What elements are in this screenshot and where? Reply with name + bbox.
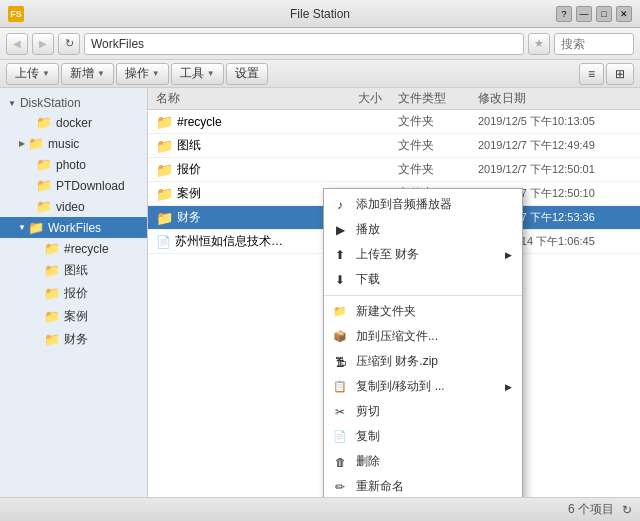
table-row[interactable]: 📁 图纸 文件夹 2019/12/7 下午12:49:49: [148, 134, 640, 158]
sidebar-item-photo-label: photo: [56, 158, 86, 172]
sidebar-item-quote-label: 报价: [64, 285, 88, 302]
help-button[interactable]: ?: [556, 6, 572, 22]
upload-button[interactable]: 上传 ▼: [6, 63, 59, 85]
address-bar[interactable]: [84, 33, 524, 55]
table-row[interactable]: 📁 报价 文件夹 2019/12/7 下午12:50:01: [148, 158, 640, 182]
cut-icon: ✂: [332, 404, 348, 420]
ctx-item-compress[interactable]: 🗜 压缩到 财务.zip: [324, 349, 522, 374]
photo-folder-icon: 📁: [36, 157, 52, 172]
view-list-button[interactable]: ≡: [579, 63, 604, 85]
ctx-item-rename[interactable]: ✏ 重新命名: [324, 474, 522, 497]
sidebar-item-recycle-label: #recycle: [64, 242, 109, 256]
new-arrow: ▼: [97, 69, 105, 78]
file-icon-cases: 📁: [156, 186, 173, 202]
ctx-item-play[interactable]: ▶ 播放: [324, 217, 522, 242]
sidebar-item-quote[interactable]: 📁 报价: [0, 282, 147, 305]
sidebar-item-cases[interactable]: 📁 案例: [0, 305, 147, 328]
file-name-quote: 📁 报价: [148, 161, 330, 178]
sidebar-item-cases-label: 案例: [64, 308, 88, 325]
music-folder-icon: 📁: [28, 136, 44, 151]
tools-button[interactable]: 工具 ▼: [171, 63, 224, 85]
ctx-item-upload-to[interactable]: ⬆ 上传至 财务 ▶: [324, 242, 522, 267]
settings-button[interactable]: 设置: [226, 63, 268, 85]
file-icon-recycle: 📁: [156, 114, 173, 130]
sidebar-item-ptdownload[interactable]: 📁 PTDownload: [0, 175, 147, 196]
ctx-divider-1: [324, 295, 522, 296]
sidebar-item-video[interactable]: 📁 video: [0, 196, 147, 217]
ctx-label-rename: 重新命名: [356, 478, 404, 495]
col-type-header[interactable]: 文件类型: [390, 90, 470, 107]
ctx-item-new-folder[interactable]: 📁 新建文件夹: [324, 299, 522, 324]
refresh-button[interactable]: ↻: [58, 33, 80, 55]
window-controls: ? — □ ✕: [556, 6, 632, 22]
sidebar-item-ptdownload-label: PTDownload: [56, 179, 125, 193]
tools-label: 工具: [180, 65, 204, 82]
ctx-item-add-to-archive[interactable]: 📦 加到压缩文件...: [324, 324, 522, 349]
new-label: 新增: [70, 65, 94, 82]
close-button[interactable]: ✕: [616, 6, 632, 22]
sidebar-item-recycle[interactable]: 📁 #recycle: [0, 238, 147, 259]
ctx-item-delete[interactable]: 🗑 删除: [324, 449, 522, 474]
file-area: 名称 大小 文件类型 修改日期 📁 #recycle 文件夹 2019/12/5…: [148, 88, 640, 497]
upload-to-icon: ⬆: [332, 247, 348, 263]
workfiles-folder-icon: 📁: [28, 220, 44, 235]
file-icon-finance: 📁: [156, 210, 173, 226]
file-icon-drawings: 📁: [156, 138, 173, 154]
main-layout: ▼ DiskStation 📁 docker ▶ 📁 music 📁 photo…: [0, 88, 640, 497]
back-button[interactable]: ◀: [6, 33, 28, 55]
view-grid-button[interactable]: ⊞: [606, 63, 634, 85]
file-list-header: 名称 大小 文件类型 修改日期: [148, 88, 640, 110]
sidebar-item-workfiles[interactable]: ▼ 📁 WorkFiles: [0, 217, 147, 238]
sidebar-item-music[interactable]: ▶ 📁 music: [0, 133, 147, 154]
workfiles-toggle-icon: ▼: [16, 223, 28, 232]
sidebar-item-docker[interactable]: 📁 docker: [0, 112, 147, 133]
nav-toolbar: ◀ ▶ ↻ ★: [0, 28, 640, 60]
delete-icon: 🗑: [332, 454, 348, 470]
ctx-label-delete: 删除: [356, 453, 380, 470]
upload-arrow: ▼: [42, 69, 50, 78]
titlebar-left: FS: [8, 6, 24, 22]
ctx-label-cut: 剪切: [356, 403, 380, 420]
ctx-item-download[interactable]: ⬇ 下载: [324, 267, 522, 292]
ctx-label-play: 播放: [356, 221, 380, 238]
add-to-player-icon: ♪: [332, 197, 348, 213]
ptdownload-folder-icon: 📁: [36, 178, 52, 193]
ctx-item-copy[interactable]: 📄 复制: [324, 424, 522, 449]
sidebar-item-finance[interactable]: 📁 财务: [0, 328, 147, 351]
drawings-folder-icon: 📁: [44, 263, 60, 278]
ctx-label-compress: 压缩到 财务.zip: [356, 353, 438, 370]
file-date-drawings: 2019/12/7 下午12:49:49: [470, 138, 620, 153]
statusbar-refresh-button[interactable]: ↻: [622, 503, 632, 517]
col-date-header[interactable]: 修改日期: [470, 90, 620, 107]
app-icon: FS: [8, 6, 24, 22]
docker-folder-icon: 📁: [36, 115, 52, 130]
maximize-button[interactable]: □: [596, 6, 612, 22]
ctx-item-copy-move[interactable]: 📋 复制到/移动到 ... ▶: [324, 374, 522, 399]
search-input[interactable]: [554, 33, 634, 55]
ctx-item-cut[interactable]: ✂ 剪切: [324, 399, 522, 424]
play-icon: ▶: [332, 222, 348, 238]
rename-icon: ✏: [332, 479, 348, 495]
forward-button[interactable]: ▶: [32, 33, 54, 55]
sidebar-item-drawings[interactable]: 📁 图纸: [0, 259, 147, 282]
minimize-button[interactable]: —: [576, 6, 592, 22]
statusbar: 6 个项目 ↻: [0, 497, 640, 521]
add-to-archive-icon: 📦: [332, 329, 348, 345]
sidebar-item-finance-label: 财务: [64, 331, 88, 348]
col-name-header[interactable]: 名称: [148, 90, 330, 107]
action-button[interactable]: 操作 ▼: [116, 63, 169, 85]
sidebar-item-photo[interactable]: 📁 photo: [0, 154, 147, 175]
recycle-folder-icon: 📁: [44, 241, 60, 256]
sidebar-item-video-label: video: [56, 200, 85, 214]
ctx-item-add-to-player[interactable]: ♪ 添加到音频播放器: [324, 192, 522, 217]
upload-label: 上传: [15, 65, 39, 82]
context-menu: ♪ 添加到音频播放器 ▶ 播放 ⬆ 上传至 财务 ▶ ⬇ 下载 📁 新建文件夹: [323, 188, 523, 497]
file-name-cases: 📁 案例: [148, 185, 330, 202]
window-title: File Station: [290, 7, 350, 21]
new-button[interactable]: 新增 ▼: [61, 63, 114, 85]
file-name-finance: 📁 财务: [148, 209, 330, 226]
bookmark-button[interactable]: ★: [528, 33, 550, 55]
diskstation-toggle[interactable]: ▼: [8, 99, 16, 108]
table-row[interactable]: 📁 #recycle 文件夹 2019/12/5 下午10:13:05: [148, 110, 640, 134]
col-size-header[interactable]: 大小: [330, 90, 390, 107]
